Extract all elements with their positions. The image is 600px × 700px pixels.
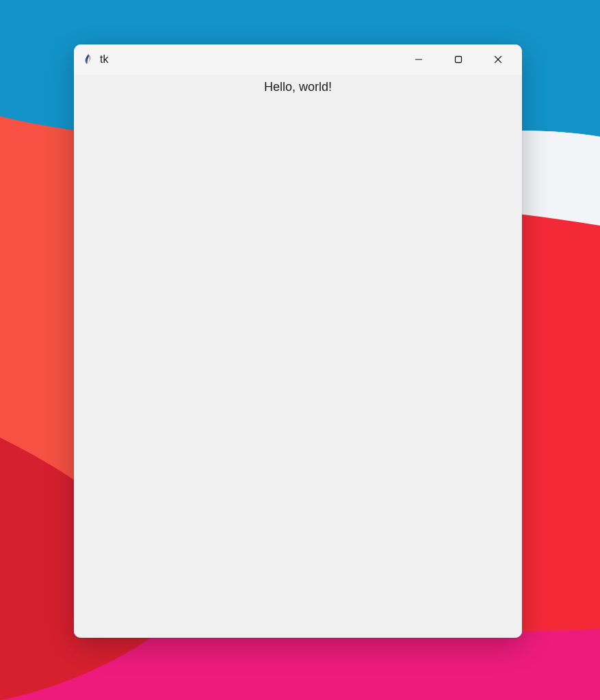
window-title: tk xyxy=(100,53,108,66)
titlebar[interactable]: tk xyxy=(74,44,522,75)
window-content: Hello, world! xyxy=(74,75,522,638)
app-window: tk Hello, world! xyxy=(74,44,522,638)
minimize-icon xyxy=(415,55,423,64)
maximize-icon xyxy=(454,55,462,64)
window-controls xyxy=(399,46,518,73)
close-icon xyxy=(493,55,503,64)
tk-feather-icon xyxy=(82,53,94,66)
maximize-button[interactable] xyxy=(439,46,478,73)
minimize-button[interactable] xyxy=(399,46,439,73)
titlebar-left: tk xyxy=(82,53,399,66)
close-button[interactable] xyxy=(478,46,518,73)
svg-rect-2 xyxy=(456,57,462,63)
hello-label: Hello, world! xyxy=(264,80,332,94)
